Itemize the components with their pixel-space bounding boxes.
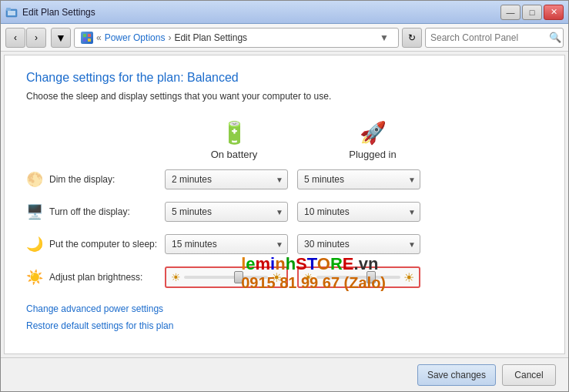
minimize-button[interactable]: — xyxy=(500,5,520,20)
turn-off-icon: 🖥️ xyxy=(26,203,43,220)
brightness-plugged-sun-large: ☀ xyxy=(403,270,414,285)
brightness-battery-thumb[interactable] xyxy=(234,271,243,283)
dim-display-battery-wrap: 2 minutes 1 minute 3 minutes 5 minutes 1… xyxy=(165,169,288,189)
plugged-label: Plugged in xyxy=(349,149,396,160)
turn-off-display-row: 🖥️ Turn off the display: 5 minutes 1 min… xyxy=(26,202,543,222)
brightness-battery-sun-small: ☀ xyxy=(171,271,181,283)
battery-label: On battery xyxy=(211,149,258,160)
brightness-battery-control: ☀ ☀ xyxy=(165,266,288,288)
links-section: Change advanced power settings Restore d… xyxy=(26,303,543,331)
sleep-battery-wrap: 15 minutes 5 minutes 10 minutes 20 minut… xyxy=(165,234,288,254)
dim-display-battery-select[interactable]: 2 minutes 1 minute 3 minutes 5 minutes 1… xyxy=(165,169,288,189)
window-controls: — □ ✕ xyxy=(500,5,564,20)
sleep-battery-select[interactable]: 15 minutes 5 minutes 10 minutes 20 minut… xyxy=(165,234,288,254)
dim-display-plugged-wrap: 5 minutes 1 minute 2 minutes 3 minutes 1… xyxy=(297,169,420,189)
turn-off-label-area: 🖥️ Turn off the display: xyxy=(26,203,165,220)
brightness-plugged-thumb[interactable] xyxy=(367,271,376,283)
search-box[interactable]: 🔍 xyxy=(425,28,564,48)
page-subtitle: Choose the sleep and display settings th… xyxy=(26,91,543,102)
sleep-label: Put the computer to sleep: xyxy=(49,239,157,250)
control-panel-icon xyxy=(81,32,93,44)
search-input[interactable] xyxy=(430,32,546,43)
brightness-battery-sun-large: ☀ xyxy=(271,270,282,285)
main-content: Change settings for the plan: Balanced C… xyxy=(4,55,565,354)
column-headers: 🔋 On battery 🚀 Plugged in xyxy=(165,120,543,160)
brightness-plugged-sun-small: ☀ xyxy=(303,271,313,283)
breadcrumb-power-options[interactable]: Power Options xyxy=(105,32,166,43)
sleep-plugged-select[interactable]: 30 minutes 5 minutes 10 minutes 15 minut… xyxy=(297,234,420,254)
brightness-plugged-control: ☀ ☀ xyxy=(297,266,420,288)
sleep-plugged-wrap: 30 minutes 5 minutes 10 minutes 15 minut… xyxy=(297,234,420,254)
battery-icon: 🔋 xyxy=(221,120,248,146)
brightness-controls: ☀ ☀ ☀ ☀ xyxy=(165,266,420,288)
svg-rect-2 xyxy=(6,8,11,11)
svg-rect-1 xyxy=(8,11,15,15)
svg-rect-3 xyxy=(83,34,86,37)
dropdown-arrow-nav[interactable]: ▼ xyxy=(51,28,71,48)
brightness-label-area: ☀️ Adjust plan brightness: xyxy=(26,269,165,286)
close-button[interactable]: ✕ xyxy=(544,5,564,20)
turn-off-controls: 5 minutes 1 minute 2 minutes 10 minutes … xyxy=(165,202,420,222)
save-changes-button[interactable]: Save changes xyxy=(417,364,496,386)
restore-defaults-link[interactable]: Restore default settings for this plan xyxy=(26,320,543,331)
brightness-plugged-track xyxy=(316,276,400,279)
svg-rect-5 xyxy=(83,39,86,42)
svg-rect-6 xyxy=(88,39,91,42)
brightness-label: Adjust plan brightness: xyxy=(49,272,142,283)
turn-off-battery-wrap: 5 minutes 1 minute 2 minutes 10 minutes … xyxy=(165,202,288,222)
title-bar: Edit Plan Settings — □ ✕ xyxy=(1,1,568,24)
dim-display-icon: 🌕 xyxy=(26,171,43,188)
bottom-bar: Save changes Cancel xyxy=(1,357,568,391)
brightness-battery-track xyxy=(184,276,268,279)
turn-off-plugged-wrap: 10 minutes 1 minute 5 minutes 15 minutes… xyxy=(297,202,420,222)
turn-off-battery-select[interactable]: 5 minutes 1 minute 2 minutes 10 minutes … xyxy=(165,202,288,222)
breadcrumb-sep2: › xyxy=(168,32,171,43)
sleep-icon: 🌙 xyxy=(26,236,43,253)
dim-display-label-area: 🌕 Dim the display: xyxy=(26,171,165,188)
breadcrumb-sep1: « xyxy=(96,32,102,43)
dim-display-controls: 2 minutes 1 minute 3 minutes 5 minutes 1… xyxy=(165,169,420,189)
back-button[interactable]: ‹ xyxy=(5,28,25,48)
turn-off-label: Turn off the display: xyxy=(49,206,130,217)
dim-display-label: Dim the display: xyxy=(49,174,115,185)
maximize-button[interactable]: □ xyxy=(522,5,542,20)
cancel-button[interactable]: Cancel xyxy=(502,364,556,386)
sleep-row: 🌙 Put the computer to sleep: 15 minutes … xyxy=(26,234,543,254)
sleep-controls: 15 minutes 5 minutes 10 minutes 20 minut… xyxy=(165,234,420,254)
dim-display-plugged-select[interactable]: 5 minutes 1 minute 2 minutes 3 minutes 1… xyxy=(297,169,420,189)
plugged-column-header: 🚀 Plugged in xyxy=(303,120,442,160)
brightness-row: ☀️ Adjust plan brightness: ☀ ☀ ☀ ☀ xyxy=(26,266,543,288)
forward-button[interactable]: › xyxy=(26,28,46,48)
address-bar: ‹ › ▼ « Power Options › Edit Plan Settin… xyxy=(1,24,568,52)
nav-back-forward: ‹ › xyxy=(5,28,46,48)
plugged-icon: 🚀 xyxy=(360,120,387,146)
page-title: Change settings for the plan: Balanced xyxy=(26,71,543,85)
turn-off-plugged-select[interactable]: 10 minutes 1 minute 5 minutes 15 minutes… xyxy=(297,202,420,222)
svg-rect-4 xyxy=(88,34,91,37)
refresh-button[interactable]: ↻ xyxy=(402,28,422,48)
breadcrumb: « Power Options › Edit Plan Settings ▼ xyxy=(74,28,399,48)
search-icon[interactable]: 🔍 xyxy=(549,32,561,43)
window-icon xyxy=(5,6,18,18)
dim-display-row: 🌕 Dim the display: 2 minutes 1 minute 3 … xyxy=(26,169,543,189)
advanced-settings-link[interactable]: Change advanced power settings xyxy=(26,303,543,314)
window-title: Edit Plan Settings xyxy=(22,7,95,18)
brightness-icon: ☀️ xyxy=(26,269,43,286)
battery-column-header: 🔋 On battery xyxy=(165,120,303,160)
breadcrumb-dropdown-arrow[interactable]: ▼ xyxy=(380,32,392,43)
breadcrumb-current: Edit Plan Settings xyxy=(174,32,247,43)
sleep-label-area: 🌙 Put the computer to sleep: xyxy=(26,236,165,253)
